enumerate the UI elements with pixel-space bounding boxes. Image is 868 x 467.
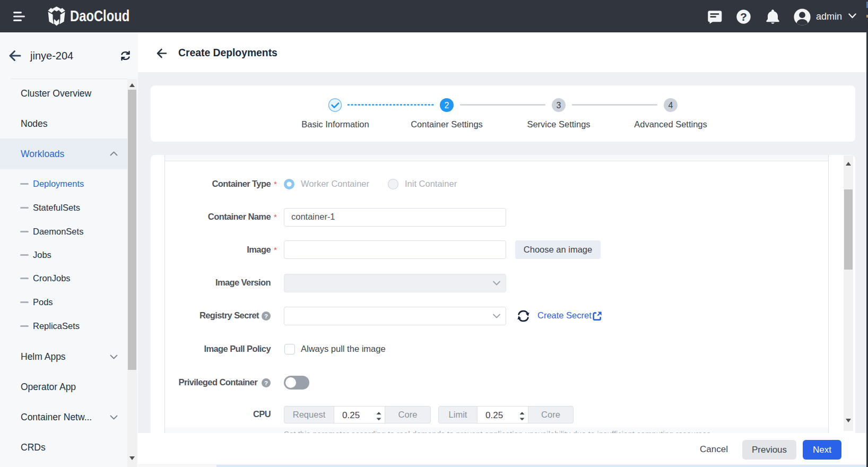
svg-text:4: 4: [669, 101, 673, 110]
svg-text:3: 3: [557, 101, 561, 110]
svg-text:2: 2: [445, 101, 449, 110]
svg-text:?: ?: [264, 380, 268, 386]
svg-text:?: ?: [264, 313, 268, 319]
svg-text:?: ?: [740, 11, 747, 23]
